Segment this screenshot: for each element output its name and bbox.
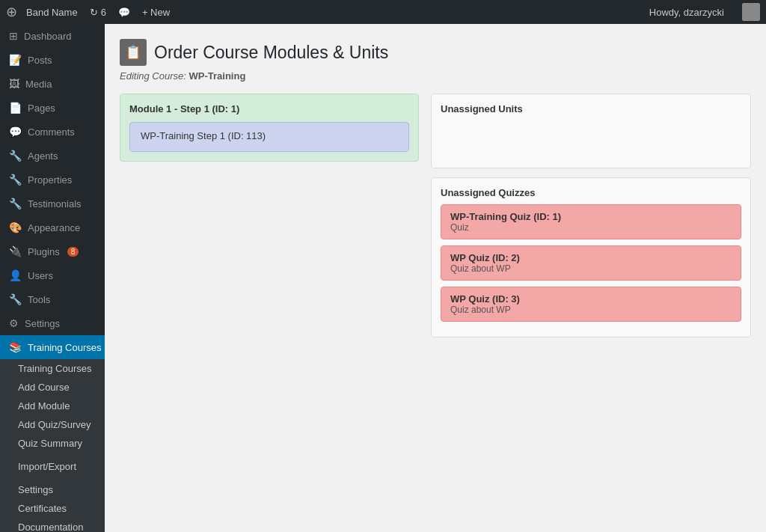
submenu-training-courses[interactable]: Training Courses bbox=[0, 359, 105, 378]
quiz-item-3-name: WP Quiz (ID: 3) bbox=[450, 293, 732, 305]
quiz-item-3-sub: Quiz about WP bbox=[450, 305, 732, 315]
sidebar-item-plugins[interactable]: 🔌 Plugins 8 bbox=[0, 239, 105, 263]
avatar bbox=[742, 3, 760, 21]
unassigned-quizzes-title: Unassigned Quizzes bbox=[441, 187, 741, 198]
main-content: 📋 Order Course Modules & Units Editing C… bbox=[105, 24, 766, 532]
refresh-icon: ↻ bbox=[90, 7, 98, 18]
pages-icon: 📄 bbox=[9, 102, 22, 114]
quiz-item-1-sub: Quiz bbox=[450, 222, 732, 233]
quiz-item-3[interactable]: WP Quiz (ID: 3) Quiz about WP bbox=[441, 287, 741, 322]
sidebar-item-label: Properties bbox=[28, 174, 72, 186]
sidebar-item-label: Agents bbox=[28, 150, 58, 162]
refresh-count: 6 bbox=[101, 7, 106, 18]
module-title: Module 1 - Step 1 (ID: 1) bbox=[129, 103, 409, 114]
sidebar-item-label: Tools bbox=[28, 294, 50, 305]
sidebar-item-label: Posts bbox=[28, 55, 52, 66]
refresh-item[interactable]: ↻ 6 bbox=[90, 7, 106, 18]
sidebar-item-users[interactable]: 👤 Users bbox=[0, 263, 105, 287]
appearance-icon: 🎨 bbox=[9, 221, 22, 233]
unassigned-units-title: Unassigned Units bbox=[441, 103, 741, 114]
submenu-add-module[interactable]: Add Module bbox=[0, 397, 105, 415]
submenu-documentation[interactable]: Documentation bbox=[0, 518, 105, 532]
submenu-add-quiz[interactable]: Add Quiz/Survey bbox=[0, 415, 105, 434]
properties-icon: 🔧 bbox=[9, 174, 22, 186]
sidebar-item-posts[interactable]: 📝 Posts bbox=[0, 48, 105, 72]
submenu-certificates[interactable]: Certificates bbox=[0, 499, 105, 518]
layout: ⊞ Dashboard 📝 Posts 🖼 Media 📄 Pages 💬 Co… bbox=[0, 0, 766, 532]
main-area: 📋 Order Course Modules & Units Editing C… bbox=[105, 24, 766, 532]
editing-course-text: Editing Course: WP-Training bbox=[120, 70, 751, 82]
quiz-item-2[interactable]: WP Quiz (ID: 2) Quiz about WP bbox=[441, 245, 741, 281]
sidebar-item-label: Comments bbox=[28, 126, 75, 138]
quiz-item-1[interactable]: WP-Training Quiz (ID: 1) Quiz bbox=[441, 204, 741, 239]
sidebar-item-label: Media bbox=[25, 79, 52, 90]
comments-icon: 💬 bbox=[9, 126, 22, 138]
quiz-item-2-name: WP Quiz (ID: 2) bbox=[450, 252, 732, 263]
content-columns: Module 1 - Step 1 (ID: 1) WP-Training St… bbox=[120, 94, 751, 337]
plugins-icon: 🔌 bbox=[9, 245, 22, 257]
sidebar-item-label: Training Courses bbox=[28, 342, 102, 353]
sidebar-item-properties[interactable]: 🔧 Properties bbox=[0, 168, 105, 192]
sidebar-item-label: Testimonials bbox=[28, 198, 82, 210]
sidebar-item-appearance[interactable]: 🎨 Appearance bbox=[0, 215, 105, 239]
sidebar-item-training-courses[interactable]: 📚 Training Courses bbox=[0, 335, 105, 359]
sidebar-item-label: Users bbox=[28, 270, 53, 281]
testimonials-icon: 🔧 bbox=[9, 198, 22, 210]
submenu-import-export[interactable]: Import/Export bbox=[0, 457, 105, 476]
page-title-icon: 📋 bbox=[120, 39, 147, 66]
plugins-badge: 8 bbox=[67, 247, 79, 257]
module-box: Module 1 - Step 1 (ID: 1) WP-Training St… bbox=[120, 94, 419, 162]
course-name: WP-Training bbox=[189, 70, 246, 82]
sidebar-item-label: Plugins bbox=[28, 246, 60, 257]
unassigned-units-box: Unassigned Units bbox=[431, 94, 751, 168]
title-icon-glyph: 📋 bbox=[125, 44, 141, 61]
sidebar-item-agents[interactable]: 🔧 Agents bbox=[0, 144, 105, 168]
sidebar-item-settings[interactable]: ⚙ Settings bbox=[0, 311, 105, 335]
right-panel: Unassigned Units Unassigned Quizzes WP-T… bbox=[431, 94, 751, 337]
site-name[interactable]: Band Name bbox=[26, 7, 78, 18]
dashboard-icon: ⊞ bbox=[9, 30, 18, 42]
settings-icon: ⚙ bbox=[9, 317, 19, 329]
quiz-item-2-sub: Quiz about WP bbox=[450, 263, 732, 274]
sidebar-item-tools[interactable]: 🔧 Tools bbox=[0, 287, 105, 311]
submenu-settings[interactable]: Settings bbox=[0, 480, 105, 499]
admin-bar: ⊕ Band Name ↻ 6 💬 + New Howdy, dzarzycki bbox=[0, 0, 766, 24]
howdy-text: Howdy, dzarzycki bbox=[649, 7, 724, 18]
sidebar-item-label: Pages bbox=[28, 103, 55, 114]
media-icon: 🖼 bbox=[9, 78, 19, 90]
wp-logo[interactable]: ⊕ bbox=[6, 4, 17, 20]
sidebar-item-testimonials[interactable]: 🔧 Testimonials bbox=[0, 192, 105, 215]
submenu-add-course[interactable]: Add Course bbox=[0, 378, 105, 397]
posts-icon: 📝 bbox=[9, 54, 22, 66]
unassigned-quizzes-box: Unassigned Quizzes WP-Training Quiz (ID:… bbox=[431, 177, 751, 337]
users-icon: 👤 bbox=[9, 269, 22, 281]
sidebar-item-media[interactable]: 🖼 Media bbox=[0, 72, 105, 96]
adminbar-right: Howdy, dzarzycki bbox=[649, 3, 760, 21]
sidebar-item-dashboard[interactable]: ⊞ Dashboard bbox=[0, 24, 105, 48]
sidebar: ⊞ Dashboard 📝 Posts 🖼 Media 📄 Pages 💬 Co… bbox=[0, 24, 105, 532]
new-button[interactable]: + New bbox=[142, 7, 170, 18]
training-icon: 📚 bbox=[9, 341, 22, 353]
sidebar-item-label: Settings bbox=[25, 318, 60, 329]
submenu-quiz-summary[interactable]: Quiz Summary bbox=[0, 434, 105, 453]
sidebar-item-label: Dashboard bbox=[24, 31, 72, 42]
training-courses-submenu: Training Courses Add Course Add Module A… bbox=[0, 359, 105, 532]
sidebar-item-pages[interactable]: 📄 Pages bbox=[0, 96, 105, 120]
page-title-container: 📋 Order Course Modules & Units bbox=[120, 39, 751, 66]
sidebar-item-label: Appearance bbox=[28, 222, 80, 233]
comments-icon[interactable]: 💬 bbox=[118, 7, 130, 18]
sidebar-item-comments[interactable]: 💬 Comments bbox=[0, 120, 105, 144]
page-title: Order Course Modules & Units bbox=[154, 43, 388, 63]
quiz-item-1-name: WP-Training Quiz (ID: 1) bbox=[450, 211, 732, 222]
unit-item[interactable]: WP-Training Step 1 (ID: 113) bbox=[129, 122, 409, 152]
tools-icon: 🔧 bbox=[9, 293, 22, 305]
agents-icon: 🔧 bbox=[9, 150, 22, 162]
